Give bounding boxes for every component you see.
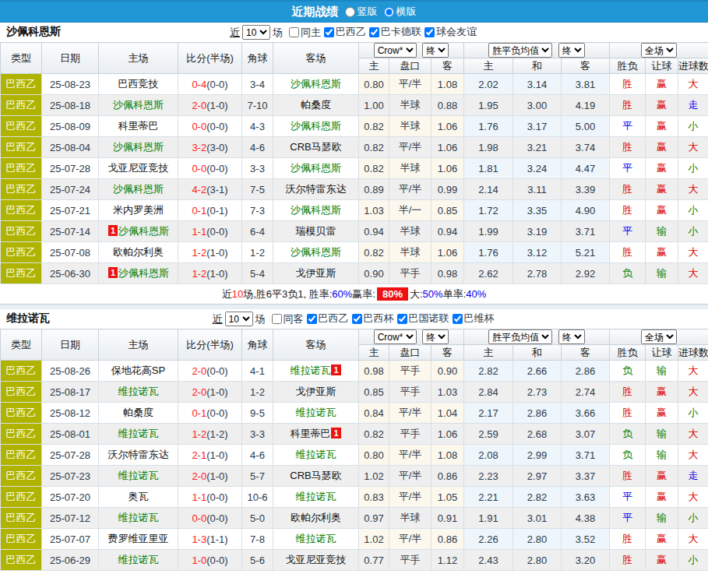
home-team-name[interactable]: 费罗维亚里亚 xyxy=(108,533,169,544)
home-team-name[interactable]: 戈亚尼亚竞技 xyxy=(108,162,169,174)
handicap-home-odds: 0.94 xyxy=(359,221,389,242)
league-cell: 巴西乙 xyxy=(1,403,42,424)
away-team-name[interactable]: 维拉诺瓦 xyxy=(296,407,336,418)
header-score: 比分(半场) xyxy=(178,43,242,74)
result-cell: 负 xyxy=(610,361,646,382)
home-team-name[interactable]: 米内罗美洲 xyxy=(113,204,164,216)
result-cell: 胜 xyxy=(610,137,646,158)
same-venue-checkbox[interactable] xyxy=(289,27,299,37)
league-filter[interactable]: 巴西杯 xyxy=(350,312,394,326)
away-team-name[interactable]: 沙佩科恩斯 xyxy=(291,246,341,258)
home-team-name[interactable]: 沙佩科恩斯 xyxy=(113,141,164,153)
away-team-name[interactable]: 帕桑度 xyxy=(301,99,331,111)
same-venue-filter[interactable]: 同主 xyxy=(287,26,321,40)
away-team-name[interactable]: 维拉诺瓦 xyxy=(290,364,330,376)
avg-time-select[interactable]: 终 xyxy=(558,329,585,344)
league-checkbox[interactable] xyxy=(424,27,435,37)
match-count-select[interactable]: 10 xyxy=(225,312,253,326)
fulltime-score: 2-0 xyxy=(192,386,206,398)
same-venue-checkbox[interactable] xyxy=(272,314,282,324)
home-team-name[interactable]: 沙佩科恩斯 xyxy=(113,183,164,195)
home-team-cell: 沙佩科恩斯 xyxy=(99,137,178,158)
layout-radio-horizontal[interactable]: 横版 xyxy=(384,5,417,19)
home-team-name[interactable]: 沃尔特雷东达 xyxy=(108,449,169,460)
odds-time-select[interactable]: 终 xyxy=(422,329,449,344)
scope-select[interactable]: 全场 xyxy=(641,329,677,344)
home-team-name[interactable]: 沙佩科恩斯 xyxy=(118,225,169,237)
league-filter[interactable]: 巴维杯 xyxy=(451,312,495,326)
away-team-name[interactable]: 戈伊亚斯 xyxy=(296,267,336,279)
fulltime-score: 0-1 xyxy=(192,205,206,217)
vertical-radio-input[interactable] xyxy=(345,7,355,17)
away-team-name[interactable]: 戈伊亚斯 xyxy=(296,386,336,397)
home-team-name[interactable]: 维拉诺瓦 xyxy=(118,386,159,397)
home-team-name[interactable]: 帕桑度 xyxy=(123,407,153,418)
away-team-name[interactable]: CRB马瑟欧 xyxy=(290,470,341,481)
league-filter[interactable]: 巴卡德联 xyxy=(368,25,421,39)
score-cell: 2-0(1-0) xyxy=(178,95,242,116)
away-team-name[interactable]: 欧帕尔利奥 xyxy=(291,512,341,523)
away-team-name[interactable]: 沃尔特雷东达 xyxy=(286,183,347,195)
league-filter[interactable]: 巴西乙 xyxy=(322,25,366,39)
home-team-name[interactable]: 维拉诺瓦 xyxy=(118,428,159,439)
home-team-name[interactable]: 维拉诺瓦 xyxy=(118,512,159,523)
fulltime-score: 0-1 xyxy=(192,407,206,419)
home-team-name[interactable]: 奥瓦 xyxy=(129,491,149,502)
away-team-cell: 科里蒂巴1 xyxy=(273,424,359,445)
league-checkbox[interactable] xyxy=(453,314,463,324)
same-venue-filter[interactable]: 同客 xyxy=(270,312,304,326)
home-team-name[interactable]: 维拉诺瓦 xyxy=(118,470,159,481)
league-filter[interactable]: 巴国诺联 xyxy=(396,312,449,326)
avg-home-odds: 2.21 xyxy=(464,487,513,508)
away-team-name[interactable]: 维拉诺瓦 xyxy=(296,449,336,460)
odds-company-select[interactable]: Crow* xyxy=(374,329,417,344)
goals-cell: 走 xyxy=(678,95,708,116)
near-link[interactable]: 近 xyxy=(213,312,223,326)
league-checkbox[interactable] xyxy=(369,27,379,37)
horizontal-radio-input[interactable] xyxy=(384,7,394,17)
away-team-name[interactable]: 瑞模贝雷 xyxy=(296,225,336,237)
home-team-name[interactable]: 保地花高SP xyxy=(111,364,165,376)
fulltime-score: 2-1 xyxy=(192,449,206,461)
avg-select[interactable]: 胜平负均值 xyxy=(488,43,552,58)
scope-select[interactable]: 全场 xyxy=(641,43,677,58)
away-team-name[interactable]: 沙佩科恩斯 xyxy=(291,120,341,132)
away-team-name[interactable]: 维拉诺瓦 xyxy=(296,533,336,544)
away-team-name[interactable]: 戈亚尼亚竞技 xyxy=(286,554,347,565)
date-cell: 25-07-08 xyxy=(42,242,99,263)
handicap-home-odds: 0.82 xyxy=(359,158,389,179)
league-filter[interactable]: 巴西乙 xyxy=(305,312,349,326)
summary-segment: 10 xyxy=(232,288,243,300)
match-row: 巴西乙25-07-07费罗维亚里亚1-3(1-1)7-8维拉诺瓦1.02平/半0… xyxy=(1,529,708,550)
match-row: 巴西乙25-08-23巴西竞技0-4(0-0)3-4沙佩科恩斯0.80平/半1.… xyxy=(1,74,708,95)
home-team-name[interactable]: 欧帕尔利奥 xyxy=(113,246,164,258)
away-team-name[interactable]: CRB马瑟欧 xyxy=(290,141,341,153)
home-team-name[interactable]: 沙佩科恩斯 xyxy=(113,99,164,111)
avg-select[interactable]: 胜平负均值 xyxy=(488,329,552,344)
league-checkbox[interactable] xyxy=(397,314,407,324)
league-cell: 巴西乙 xyxy=(1,263,42,284)
home-team-name[interactable]: 巴西竞技 xyxy=(118,78,159,90)
away-team-name[interactable]: 科里蒂巴 xyxy=(290,428,330,439)
away-team-name[interactable]: 沙佩科恩斯 xyxy=(291,204,341,216)
layout-radio-vertical[interactable]: 竖版 xyxy=(345,5,378,19)
avg-home-odds: 2.14 xyxy=(464,179,513,200)
home-team-name[interactable]: 沙佩科恩斯 xyxy=(118,267,169,279)
league-checkbox[interactable] xyxy=(307,314,317,324)
near-link[interactable]: 近 xyxy=(230,26,240,40)
league-filter[interactable]: 球会友谊 xyxy=(423,25,477,39)
avg-time-select[interactable]: 终 xyxy=(558,43,585,58)
league-checkbox[interactable] xyxy=(324,27,334,37)
halftime-score: (1-0) xyxy=(206,386,227,398)
away-team-name[interactable]: 沙佩科恩斯 xyxy=(291,162,341,174)
away-team-name[interactable]: 维拉诺瓦 xyxy=(296,491,336,502)
league-checkbox[interactable] xyxy=(352,314,362,324)
match-count-select[interactable]: 10 xyxy=(242,25,270,40)
home-team-name[interactable]: 科里蒂巴 xyxy=(118,120,159,132)
home-team-name[interactable]: 维拉诺瓦 xyxy=(118,554,159,565)
odds-time-select[interactable]: 终 xyxy=(422,43,449,58)
avg-away-odds: 4.47 xyxy=(562,158,610,179)
handicap-line: 半球 xyxy=(389,158,431,179)
odds-company-select[interactable]: Crow* xyxy=(374,43,417,58)
away-team-name[interactable]: 沙佩科恩斯 xyxy=(291,78,341,90)
